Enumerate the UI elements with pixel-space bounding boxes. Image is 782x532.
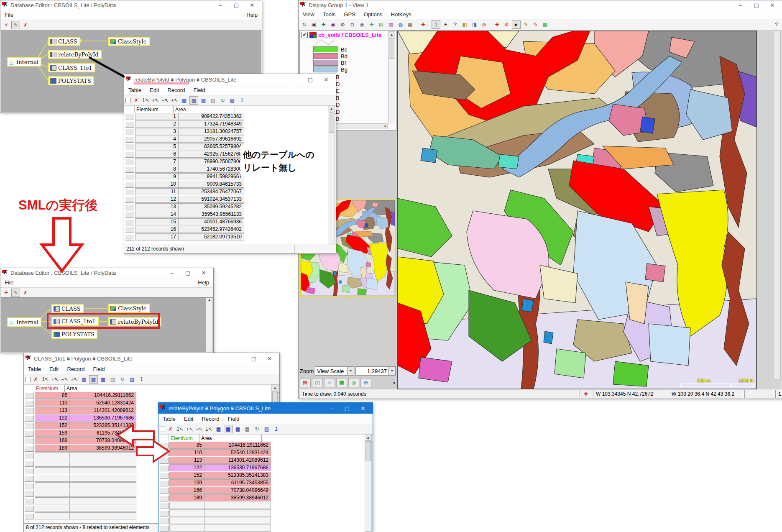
zoom-in-icon[interactable]: ⊕	[338, 20, 347, 29]
menu-field[interactable]: Field	[193, 87, 205, 93]
record-select-button[interactable]	[125, 159, 134, 165]
menu-field[interactable]: Field	[93, 366, 105, 372]
record-select-button[interactable]	[125, 227, 134, 233]
menu-help[interactable]: Help	[198, 279, 209, 286]
record-select-button[interactable]	[125, 212, 134, 218]
table-row[interactable]: 15961195.73453855	[158, 479, 366, 486]
record-select-button[interactable]	[25, 453, 34, 459]
maximize-icon[interactable]: ▢	[228, 2, 244, 8]
record-select-button[interactable]	[125, 121, 134, 128]
legend-vscrollbar[interactable]: ▲	[388, 31, 395, 123]
mark-checkbox-icon[interactable]	[125, 98, 131, 103]
table-row[interactable]: 12591024.34537133	[124, 196, 329, 203]
record-select-button[interactable]	[25, 468, 34, 474]
menu-file[interactable]: File	[5, 12, 13, 18]
maximize-icon[interactable]: ▢	[246, 356, 262, 362]
node-classstyle[interactable]: ClassStyle	[108, 37, 150, 46]
clear-marks-icon[interactable]: ✗	[31, 375, 40, 384]
zoom-plus-panel-icon[interactable]: ⊕	[360, 378, 371, 387]
record-select-button[interactable]	[25, 400, 34, 407]
collapse-sidebar-icon[interactable]: ◄	[392, 381, 396, 385]
select-multi-icon[interactable]: ±	[441, 20, 450, 29]
record-select-button[interactable]	[125, 129, 134, 135]
close-icon[interactable]: ✕	[262, 356, 278, 362]
maximize-icon[interactable]: ▢	[339, 405, 355, 412]
menu-edit[interactable]: Edit	[49, 366, 59, 372]
column-header-area[interactable]: Area	[174, 106, 235, 113]
record-select-button[interactable]	[125, 166, 134, 173]
menu-file[interactable]: File	[5, 279, 13, 286]
node-relatebypolyid[interactable]: relateByPolyId	[48, 50, 102, 59]
view-marked-records-icon[interactable]: ▦	[189, 96, 198, 105]
prev-element-icon[interactable]: ◧	[460, 20, 469, 29]
record-select-button[interactable]	[159, 510, 169, 517]
node-polystats[interactable]: POLYSTATS	[48, 76, 94, 85]
add-layer-icon[interactable]: ✚	[419, 20, 427, 29]
chevron-down-icon[interactable]: ▼	[347, 367, 354, 375]
table-row[interactable]: 14359543.95561133	[124, 211, 329, 218]
record-select-button[interactable]	[125, 189, 134, 195]
record-select-button[interactable]	[125, 136, 134, 143]
select-one-icon[interactable]: 1↖	[41, 375, 50, 384]
view-related-records-icon[interactable]: ▦	[233, 425, 242, 433]
menu-edit[interactable]: Edit	[184, 416, 193, 422]
legend-layer-row[interactable]: ✔ cb_soils / CBSOILS_Lite	[300, 31, 396, 38]
record-select-button[interactable]	[159, 525, 169, 532]
legend-panel-icon[interactable]: ▤	[300, 378, 311, 387]
record-select-button[interactable]	[125, 219, 134, 225]
edit-relation-icon[interactable]: ✎	[11, 289, 20, 297]
chevron-down-icon[interactable]: ▼	[388, 367, 395, 375]
record-select-button[interactable]	[25, 438, 34, 444]
layer-checkbox[interactable]: ✔	[302, 32, 308, 38]
map-view[interactable]: 500 m 1000 ft	[397, 31, 757, 389]
record-select-button[interactable]	[25, 423, 34, 429]
minimize-icon[interactable]: –	[286, 77, 302, 83]
zoom-group-icon[interactable]: ◎	[348, 378, 359, 387]
record-select-button[interactable]	[125, 174, 134, 180]
view-marked-records-icon[interactable]: ▦	[89, 375, 98, 384]
record-select-button[interactable]	[159, 442, 169, 449]
minimize-icon[interactable]: –	[164, 270, 180, 276]
menu-options[interactable]: Options	[364, 11, 383, 18]
table2-title-bar[interactable]: ✗ CLASS_1to1 ¥ Polygon ¥ CBSOILS_Lite – …	[24, 353, 279, 364]
scroll-up-icon[interactable]: ▲	[272, 385, 278, 391]
save-table-icon[interactable]: ▤	[108, 375, 117, 384]
record-select-button[interactable]	[25, 491, 34, 497]
snapshot-icon[interactable]: ▦	[406, 20, 414, 29]
column-header-elemnum[interactable]: ElemNum	[34, 385, 65, 392]
table-properties-icon[interactable]: ▧	[262, 425, 271, 433]
record-select-button[interactable]	[125, 114, 134, 120]
table3-title-bar[interactable]: ✗ relateByPolyId ¥ Polygon ¥ CBSOILS_Lit…	[158, 403, 373, 414]
table-row[interactable]: 85104416.29111662	[158, 442, 366, 449]
table-row[interactable]: 18938599.38946012	[158, 494, 366, 501]
table-row[interactable]: 113114301.42089612	[158, 457, 366, 464]
view-related-records-icon[interactable]: ▦	[199, 96, 208, 105]
select-frame-icon[interactable]: ▣	[309, 20, 318, 29]
maximize-icon[interactable]: ▢	[302, 77, 318, 83]
record-select-button[interactable]	[25, 445, 34, 452]
help-icon[interactable]: ?	[772, 20, 781, 29]
menu-view[interactable]: View	[303, 11, 314, 18]
table-row[interactable]: 429057.89616692	[124, 136, 329, 143]
refresh-table-icon[interactable]: ↻	[253, 425, 261, 433]
legend-entry[interactable]: Bd	[300, 53, 396, 59]
mark-checkbox-icon[interactable]	[160, 427, 165, 432]
menu-table[interactable]: Table	[28, 366, 41, 372]
close-icon[interactable]: ✕	[355, 405, 371, 412]
link-tables-icon[interactable]: ✳	[2, 21, 10, 29]
menu-hotkeys[interactable]: HotKeys	[391, 11, 411, 18]
crosshair-icon[interactable]: ✚	[580, 390, 592, 398]
record-select-button[interactable]	[25, 498, 34, 504]
layers-panel-icon[interactable]: ◫	[312, 378, 323, 387]
db2-vscrollbar[interactable]: ▲	[206, 298, 213, 352]
record-select-button[interactable]	[159, 450, 169, 456]
minimize-icon[interactable]: –	[230, 356, 246, 362]
table-properties-icon[interactable]: ▧	[128, 375, 136, 384]
legend-entry[interactable]: Bf	[300, 59, 396, 66]
column-header-elemnum[interactable]: ElemNum	[135, 106, 174, 113]
record-select-button[interactable]	[25, 513, 34, 519]
record-select-button[interactable]	[25, 415, 34, 422]
record-select-button[interactable]	[159, 458, 169, 464]
record-select-button[interactable]	[159, 480, 169, 486]
node-polystats[interactable]: POLYSTATS	[51, 330, 97, 339]
